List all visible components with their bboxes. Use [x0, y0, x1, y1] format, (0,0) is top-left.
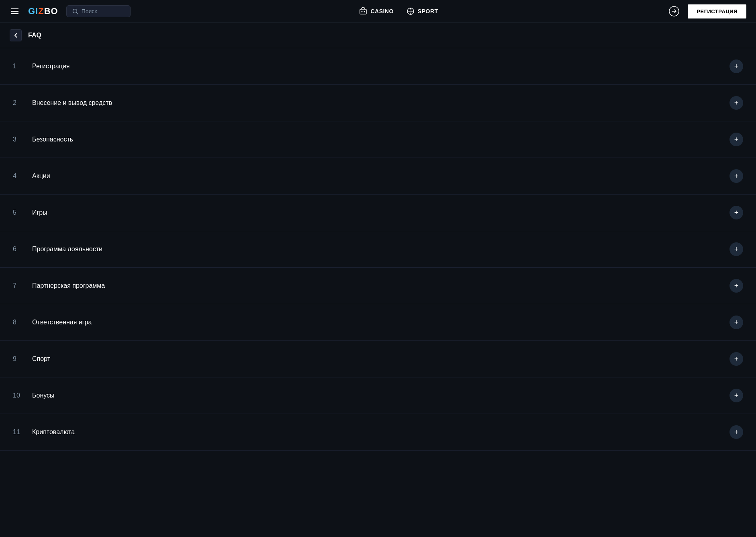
faq-item[interactable]: 9 Спорт +	[0, 341, 756, 377]
faq-expand-button[interactable]: +	[729, 96, 743, 110]
nav-casino-label: CASINO	[370, 8, 393, 14]
faq-item-label: Безопасность	[32, 136, 73, 143]
svg-point-4	[364, 11, 365, 12]
faq-item-label: Ответственная игра	[32, 319, 92, 326]
faq-item-left: 1 Регистрация	[13, 63, 70, 70]
faq-expand-button[interactable]: +	[729, 425, 743, 439]
faq-item-left: 4 Акции	[13, 172, 50, 180]
faq-plus-icon: +	[734, 63, 739, 70]
faq-expand-button[interactable]: +	[729, 352, 743, 366]
faq-item[interactable]: 8 Ответственная игра +	[0, 304, 756, 341]
faq-item-left: 7 Партнерская программа	[13, 282, 105, 289]
faq-page-title: FAQ	[28, 32, 41, 39]
faq-item-number: 11	[13, 428, 21, 436]
back-button[interactable]	[10, 29, 22, 41]
faq-item[interactable]: 6 Программа лояльности +	[0, 231, 756, 268]
logo[interactable]: GIZBO	[28, 6, 58, 16]
logo-gi: GI	[28, 6, 38, 16]
login-button[interactable]	[667, 4, 681, 18]
faq-plus-icon: +	[734, 428, 739, 436]
faq-item-label: Криптовалюта	[32, 428, 75, 436]
sport-icon	[407, 7, 415, 15]
faq-expand-button[interactable]: +	[729, 316, 743, 329]
faq-item-number: 7	[13, 282, 21, 289]
faq-expand-button[interactable]: +	[729, 206, 743, 219]
faq-item-label: Акции	[32, 172, 50, 180]
faq-item-number: 8	[13, 319, 21, 326]
faq-plus-icon: +	[734, 99, 739, 107]
faq-item-number: 6	[13, 246, 21, 253]
faq-item-number: 2	[13, 99, 21, 107]
faq-item-left: 11 Криптовалюта	[13, 428, 75, 436]
faq-item[interactable]: 11 Криптовалюта +	[0, 414, 756, 451]
faq-item-label: Программа лояльности	[32, 246, 102, 253]
register-button[interactable]: РЕГИСТРАЦИЯ	[688, 4, 746, 18]
faq-item[interactable]: 1 Регистрация +	[0, 48, 756, 85]
faq-item-label: Спорт	[32, 355, 50, 363]
faq-item-left: 9 Спорт	[13, 355, 50, 363]
faq-item-left: 6 Программа лояльности	[13, 246, 102, 253]
faq-item-number: 3	[13, 136, 21, 143]
faq-item-number: 5	[13, 209, 21, 216]
logo-bo: BO	[44, 6, 58, 16]
logo-z: Z	[38, 6, 44, 16]
faq-item-left: 5 Игры	[13, 209, 47, 216]
faq-item-left: 8 Ответственная игра	[13, 319, 92, 326]
faq-plus-icon: +	[734, 392, 739, 399]
search-bar[interactable]: Поиск	[66, 5, 131, 17]
faq-expand-button[interactable]: +	[729, 169, 743, 183]
faq-plus-icon: +	[734, 172, 739, 180]
faq-item-number: 9	[13, 355, 21, 363]
faq-item-label: Регистрация	[32, 63, 70, 70]
svg-rect-2	[360, 9, 366, 14]
search-placeholder: Поиск	[82, 8, 97, 14]
faq-expand-button[interactable]: +	[729, 59, 743, 73]
faq-item[interactable]: 5 Игры +	[0, 195, 756, 231]
faq-plus-icon: +	[734, 355, 739, 363]
faq-plus-icon: +	[734, 246, 739, 253]
faq-item-label: Внесение и вывод средств	[32, 99, 112, 107]
header-left: GIZBO Поиск	[10, 5, 131, 17]
faq-plus-icon: +	[734, 136, 739, 143]
faq-plus-icon: +	[734, 282, 739, 289]
header: GIZBO Поиск CASINO	[0, 0, 756, 23]
faq-page-header: FAQ	[0, 23, 756, 48]
faq-item[interactable]: 3 Безопасность +	[0, 121, 756, 158]
faq-item[interactable]: 7 Партнерская программа +	[0, 268, 756, 304]
faq-expand-button[interactable]: +	[729, 242, 743, 256]
faq-plus-icon: +	[734, 319, 739, 326]
search-icon	[72, 8, 78, 14]
faq-plus-icon: +	[734, 209, 739, 216]
faq-expand-button[interactable]: +	[729, 389, 743, 402]
faq-item-left: 10 Бонусы	[13, 392, 55, 399]
faq-list: 1 Регистрация + 2 Внесение и вывод средс…	[0, 48, 756, 451]
faq-item[interactable]: 10 Бонусы +	[0, 377, 756, 414]
faq-item-number: 1	[13, 63, 21, 70]
svg-point-3	[362, 11, 363, 12]
header-right: РЕГИСТРАЦИЯ	[667, 4, 746, 18]
nav-casino[interactable]: CASINO	[359, 7, 393, 15]
faq-item-number: 4	[13, 172, 21, 180]
faq-expand-button[interactable]: +	[729, 279, 743, 293]
hamburger-menu-button[interactable]	[10, 7, 20, 16]
faq-item-left: 3 Безопасность	[13, 136, 73, 143]
faq-expand-button[interactable]: +	[729, 133, 743, 146]
faq-item-label: Игры	[32, 209, 47, 216]
faq-item[interactable]: 2 Внесение и вывод средств +	[0, 85, 756, 121]
faq-item-number: 10	[13, 392, 21, 399]
svg-line-1	[76, 12, 78, 14]
faq-item-label: Партнерская программа	[32, 282, 105, 289]
casino-icon	[359, 7, 367, 15]
faq-item-left: 2 Внесение и вывод средств	[13, 99, 112, 107]
faq-item-label: Бонусы	[32, 392, 55, 399]
nav-sport[interactable]: SPORT	[407, 7, 438, 15]
header-center: CASINO SPORT	[359, 7, 438, 15]
faq-item[interactable]: 4 Акции +	[0, 158, 756, 195]
nav-sport-label: SPORT	[418, 8, 438, 14]
